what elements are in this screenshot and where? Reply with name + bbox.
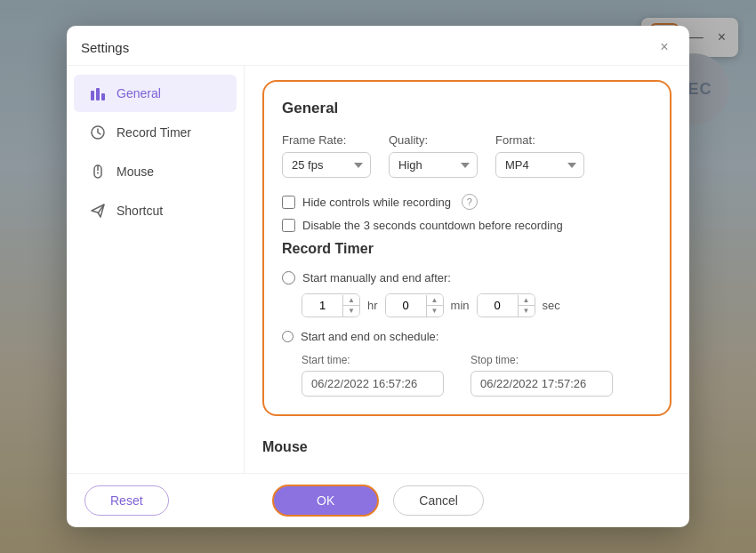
reset-button[interactable]: Reset bbox=[84, 485, 169, 516]
dialog-overlay: Settings × General bbox=[0, 0, 756, 553]
hide-controls-checkbox[interactable] bbox=[282, 196, 295, 209]
format-group: Format: MP4 MOV AVI GIF bbox=[495, 133, 584, 178]
hr-spin-down[interactable]: ▼ bbox=[343, 306, 359, 317]
settings-dialog: Settings × General bbox=[67, 26, 689, 527]
record-timer-title: Record Timer bbox=[282, 241, 652, 257]
controls-row: Frame Rate: 15 fps 25 fps 30 fps 60 fps … bbox=[282, 133, 652, 178]
timer-inputs-row: 1 ▲ ▼ hr 0 ▲ ▼ bbox=[302, 293, 652, 317]
format-select[interactable]: MP4 MOV AVI GIF bbox=[495, 152, 584, 178]
hr-spinbox[interactable]: 1 ▲ ▼ bbox=[302, 293, 360, 317]
min-spinbox[interactable]: 0 ▲ ▼ bbox=[385, 293, 444, 317]
sidebar: General Record Timer bbox=[67, 66, 245, 473]
hr-input[interactable]: 1 bbox=[302, 294, 342, 317]
min-spin-down[interactable]: ▼ bbox=[427, 306, 443, 317]
stop-time-label: Stop time: bbox=[470, 354, 613, 366]
sidebar-label-shortcut: Shortcut bbox=[117, 204, 163, 218]
hr-spin-buttons: ▲ ▼ bbox=[342, 295, 359, 317]
hide-controls-row: Hide controls while recording ? bbox=[282, 194, 652, 210]
min-input[interactable]: 0 bbox=[386, 294, 426, 317]
sec-unit: sec bbox=[543, 299, 560, 312]
min-spin-buttons: ▲ ▼ bbox=[426, 295, 443, 317]
schedule-radio[interactable] bbox=[282, 331, 294, 342]
mouse-icon bbox=[88, 162, 108, 181]
sidebar-label-mouse: Mouse bbox=[117, 164, 154, 179]
clock-icon bbox=[88, 123, 108, 142]
quality-select[interactable]: Low Medium High Ultra bbox=[389, 152, 478, 178]
frame-rate-group: Frame Rate: 15 fps 25 fps 30 fps 60 fps bbox=[282, 133, 371, 178]
mouse-section-label: Mouse bbox=[262, 430, 672, 459]
dialog-close-button[interactable]: × bbox=[654, 36, 675, 58]
frame-rate-label: Frame Rate: bbox=[282, 133, 371, 147]
schedule-radio-row: Start and end on schedule: bbox=[282, 330, 652, 343]
start-time-input[interactable] bbox=[302, 371, 444, 397]
disable-countdown-row: Disable the 3 seconds countdown before r… bbox=[282, 219, 652, 232]
disable-countdown-label: Disable the 3 seconds countdown before r… bbox=[302, 219, 563, 232]
schedule-radio-label: Start and end on schedule: bbox=[301, 330, 438, 343]
svg-point-8 bbox=[97, 172, 99, 174]
start-time-group: Start time: bbox=[302, 354, 444, 397]
time-fields: Start time: Stop time: bbox=[302, 354, 652, 397]
sec-spin-buttons: ▲ ▼ bbox=[518, 295, 535, 317]
sidebar-item-record-timer[interactable]: Record Timer bbox=[74, 114, 237, 151]
quality-group: Quality: Low Medium High Ultra bbox=[389, 133, 478, 178]
dialog-footer: Reset OK Cancel bbox=[67, 473, 689, 527]
manual-radio-row: Start manually and end after: bbox=[282, 271, 652, 285]
dialog-body: General Record Timer bbox=[67, 66, 689, 473]
format-label: Format: bbox=[495, 133, 584, 147]
stop-time-group: Stop time: bbox=[470, 354, 613, 397]
min-spin-up[interactable]: ▲ bbox=[427, 295, 443, 306]
manual-radio-label: Start manually and end after: bbox=[302, 271, 451, 285]
hr-unit: hr bbox=[367, 299, 378, 312]
help-icon[interactable]: ? bbox=[462, 194, 478, 210]
general-section-title: General bbox=[282, 100, 652, 117]
sidebar-item-shortcut[interactable]: Shortcut bbox=[74, 192, 237, 229]
sidebar-item-mouse[interactable]: Mouse bbox=[74, 153, 237, 190]
start-time-label: Start time: bbox=[302, 354, 444, 366]
svg-rect-2 bbox=[91, 91, 94, 100]
svg-rect-4 bbox=[101, 93, 105, 100]
paper-plane-icon bbox=[88, 201, 108, 220]
content-area: General Frame Rate: 15 fps 25 fps 30 fps… bbox=[245, 66, 689, 473]
hr-spin-up[interactable]: ▲ bbox=[343, 295, 359, 306]
sidebar-item-general[interactable]: General bbox=[74, 75, 237, 112]
svg-rect-3 bbox=[96, 88, 100, 100]
quality-label: Quality: bbox=[389, 133, 478, 147]
dialog-titlebar: Settings × bbox=[67, 26, 689, 66]
sec-spinbox[interactable]: 0 ▲ ▼ bbox=[477, 293, 535, 317]
sec-input[interactable]: 0 bbox=[478, 294, 518, 317]
stop-time-input[interactable] bbox=[470, 371, 613, 397]
frame-rate-select[interactable]: 15 fps 25 fps 30 fps 60 fps bbox=[282, 152, 371, 178]
sidebar-label-record-timer: Record Timer bbox=[117, 125, 191, 140]
manual-radio[interactable] bbox=[282, 271, 295, 285]
disable-countdown-checkbox[interactable] bbox=[282, 219, 295, 232]
bar-chart-icon bbox=[88, 84, 108, 103]
cancel-button[interactable]: Cancel bbox=[393, 485, 484, 516]
min-unit: min bbox=[451, 299, 470, 312]
ok-button[interactable]: OK bbox=[272, 485, 379, 517]
dialog-title: Settings bbox=[81, 40, 129, 55]
hide-controls-label: Hide controls while recording bbox=[302, 196, 451, 209]
sec-spin-up[interactable]: ▲ bbox=[519, 295, 535, 306]
sidebar-label-general: General bbox=[117, 86, 161, 100]
sec-spin-down[interactable]: ▼ bbox=[519, 306, 535, 317]
settings-panel: General Frame Rate: 15 fps 25 fps 30 fps… bbox=[262, 80, 672, 416]
